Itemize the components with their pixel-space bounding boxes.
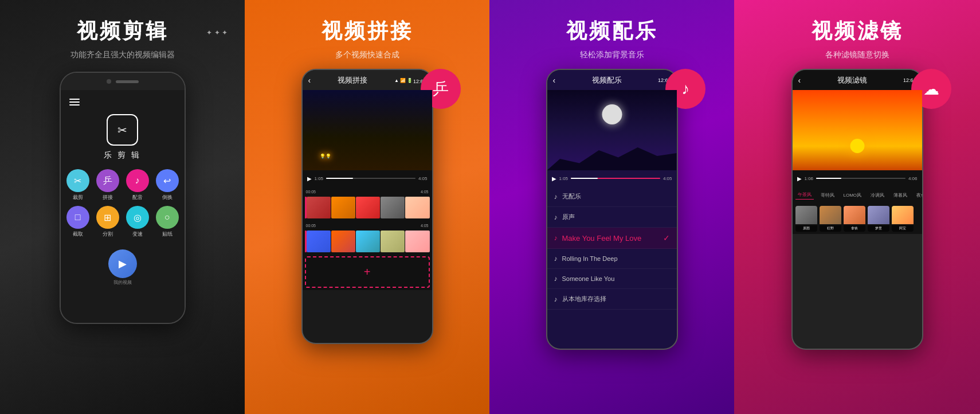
music-item-original[interactable]: ♪ 原声 xyxy=(547,207,677,228)
scissors-icon: ✂ xyxy=(117,123,127,137)
end-time: 4:05 xyxy=(418,176,428,181)
music-title-no-music: 无配乐 xyxy=(562,192,670,201)
filter-thumb-yuantu[interactable]: 原图 xyxy=(795,206,817,232)
menu-item-jiequ[interactable]: □ 截取 xyxy=(65,206,91,238)
filter-thumb-abao[interactable]: 阿宝 xyxy=(892,206,914,232)
filter-thumb-mengli[interactable]: 梦里 xyxy=(868,206,889,232)
panel-video-filter: 视频滤镜 各种滤镜随意切换 ☁ ‹ 视频滤镜 12:61 ▶ 1:06 4:06… xyxy=(734,0,980,414)
music-item-someone[interactable]: ♪ Someone Like You xyxy=(547,269,677,289)
stars-decoration: ✦ ✦ ✦ xyxy=(206,29,228,37)
menu-grid: ✂ 裁剪 乒 拼接 ♪ 配音 ↩ 倒换 □ 截取 xyxy=(61,163,185,244)
panel4-title: 视频滤镜 xyxy=(812,17,903,45)
menu-item-fenge[interactable]: ⊞ 分割 xyxy=(95,206,120,238)
filter-label-mengli: 梦里 xyxy=(868,225,889,232)
clip-end-2: 4:05 xyxy=(421,224,429,228)
music-item-make-you-feel[interactable]: ♪ Make You Feel My Love ✓ xyxy=(547,228,677,249)
phone-camera xyxy=(107,79,111,84)
menu-circle-tiezhi: ○ xyxy=(156,206,179,229)
menu-circle-pinjie: 乒 xyxy=(96,169,119,192)
filter-thumb-mengli-img xyxy=(868,206,889,224)
clip-thumb-1c xyxy=(356,197,380,218)
music-item-local[interactable]: ♪ 从本地库存选择 xyxy=(547,289,677,310)
panel2-badge-icon: 乒 xyxy=(433,78,449,100)
menu-item-daohuan[interactable]: ↩ 倒换 xyxy=(155,169,180,201)
phone3-current-time: 1:05 xyxy=(559,176,569,181)
panel-video-splice: 视频拼接 多个视频快速合成 乒 ‹ 视频拼接 ▲ 📶 🔋 12:61 💡💡 ▶ … xyxy=(245,0,489,414)
phone3-progress-bar[interactable] xyxy=(571,178,660,179)
phone4-video-preview xyxy=(793,90,922,170)
menu-item-pinjie[interactable]: 乒 拼接 xyxy=(95,169,120,201)
panel4-subtitle: 各种滤镜随意切换 xyxy=(825,50,889,60)
menu-item-tiezhi[interactable]: ○ 贴纸 xyxy=(155,206,180,238)
my-video-button[interactable]: ▶ xyxy=(108,249,137,278)
menu-circle-fenge: ⊞ xyxy=(96,206,119,229)
phone2-back-button[interactable]: ‹ xyxy=(308,76,311,85)
clip-thumb-2c xyxy=(356,231,380,252)
music-title-make-you-feel: Make You Feel My Love xyxy=(562,234,658,243)
filter-tab-gote[interactable]: 哥特风 xyxy=(818,191,837,200)
music-item-no-music[interactable]: ♪ 无配乐 xyxy=(547,186,677,207)
phone2-title-text: 视频拼接 xyxy=(338,75,367,85)
phone4-play-btn[interactable]: ▶ xyxy=(797,175,802,182)
menu-label-caijian: 裁剪 xyxy=(73,194,83,201)
phone4-back-button[interactable]: ‹ xyxy=(798,76,801,85)
phone4-end-time: 4:06 xyxy=(908,176,918,181)
progress-bar[interactable] xyxy=(326,178,415,179)
panel2-title: 视频拼接 xyxy=(322,17,413,45)
phone3-back-button[interactable]: ‹ xyxy=(553,76,556,85)
clip-thumb-1b xyxy=(331,197,355,218)
music-list: ♪ 无配乐 ♪ 原声 ♪ Make You Feel My Love ✓ ♪ R… xyxy=(547,186,677,310)
hamburger-icon[interactable] xyxy=(69,99,80,106)
menu-label-daohuan: 倒换 xyxy=(162,194,173,201)
menu-item-caijian[interactable]: ✂ 裁剪 xyxy=(65,169,91,201)
filter-tab-wucha[interactable]: 午茶风 xyxy=(795,190,814,200)
menu-item-biansu[interactable]: ◎ 变速 xyxy=(125,206,150,238)
panel-video-edit: 视频剪辑 功能齐全且强大的视频编辑器 ✦ ✦ ✦ ✂ 乐 剪 辑 ✂ 裁剪 xyxy=(0,0,245,414)
phone2-header: ‹ 视频拼接 ▲ 📶 🔋 12:61 xyxy=(303,70,432,90)
panel1-subtitle: 功能齐全且强大的视频编辑器 xyxy=(70,50,175,60)
phone-mockup-4: ‹ 视频滤镜 12:61 ▶ 1:06 4:06 午茶风 哥特风 LOMO风 冷… xyxy=(791,69,923,350)
filter-thumb-kuangye[interactable]: 狂野 xyxy=(820,206,841,232)
add-clip-label: + xyxy=(364,265,371,279)
clips-area: 00:05 4:05 00:05 4:05 xyxy=(303,186,432,290)
moon-graphic xyxy=(602,104,622,124)
menu-label-pinjie: 拼接 xyxy=(103,194,113,201)
add-clip-button[interactable]: + xyxy=(305,256,430,288)
filter-thumb-natie[interactable]: 拿铁 xyxy=(844,206,865,232)
menu-circle-biansu: ◎ xyxy=(126,206,149,229)
filter-tab-lomo[interactable]: LOMO风 xyxy=(841,191,864,200)
phone4-title-text: 视频滤镜 xyxy=(837,75,867,85)
phone3-playback-controls: ▶ 1:05 4:05 xyxy=(547,170,677,186)
music-note-icon-5: ♪ xyxy=(554,275,558,283)
music-item-rolling[interactable]: ♪ Rolling In The Deep xyxy=(547,249,677,269)
filter-thumb-abao-img xyxy=(892,206,914,224)
filter-tab-lengtiao[interactable]: 冷调风 xyxy=(868,191,887,200)
filter-tab-bomu[interactable]: 薄暮风 xyxy=(891,191,910,200)
filter-label-natie: 拿铁 xyxy=(844,225,865,232)
filter-tab-yese[interactable]: 夜色风 xyxy=(914,191,922,200)
clip-thumb-2b xyxy=(331,231,355,252)
svg-text:▲ 📶 🔋: ▲ 📶 🔋 xyxy=(394,77,411,83)
menu-circle-jiequ: □ xyxy=(66,206,89,229)
music-title-original: 原声 xyxy=(562,213,670,221)
clip-thumb-2a xyxy=(307,231,331,252)
clip-end-1: 4:05 xyxy=(421,190,429,194)
phone4-progress-bar[interactable] xyxy=(816,178,905,179)
clip-thumb-1d xyxy=(381,197,405,218)
phone3-play-btn[interactable]: ▶ xyxy=(552,175,556,182)
clip-thumb-1a xyxy=(307,197,331,218)
phone3-video-preview xyxy=(547,90,677,170)
phone4-current-time: 1:06 xyxy=(805,176,814,181)
phone3-header: ‹ 视频配乐 12:61 xyxy=(547,70,677,90)
play-button[interactable]: ▶ xyxy=(307,175,312,182)
phone3-progress-fill xyxy=(571,178,598,179)
music-title-someone: Someone Like You xyxy=(562,275,670,282)
music-title-local: 从本地库存选择 xyxy=(562,295,670,303)
clip-strip-2 xyxy=(307,231,430,252)
music-title-rolling: Rolling In The Deep xyxy=(562,255,670,262)
panel4-badge-icon: ☁ xyxy=(923,80,939,99)
menu-item-peiyun[interactable]: ♪ 配音 xyxy=(125,169,150,201)
filter-label-yuantu: 原图 xyxy=(795,225,817,232)
menu-circle-peiyun: ♪ xyxy=(126,169,149,192)
panel-video-music: 视频配乐 轻松添加背景音乐 ♪ ‹ 视频配乐 12:61 ▶ 1:05 4:05… xyxy=(489,0,734,414)
